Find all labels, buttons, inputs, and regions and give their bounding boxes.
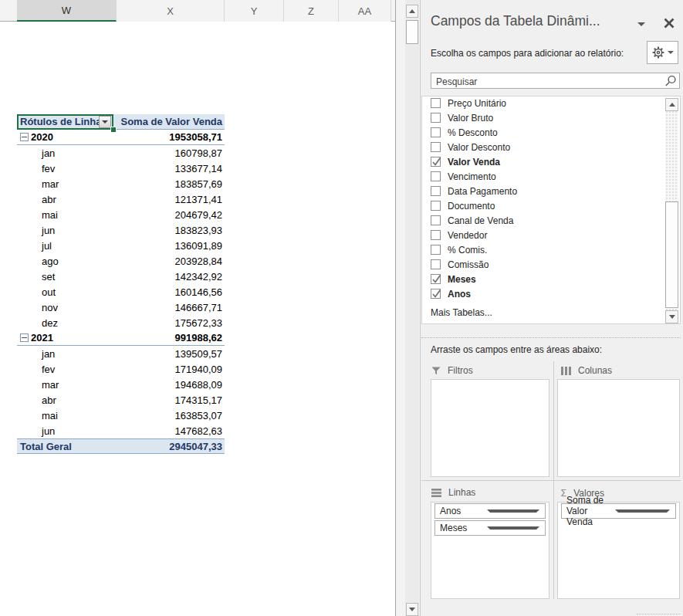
row-label-cell[interactable]: set xyxy=(17,269,113,284)
row-labels-header-cell[interactable]: Rótulos de Linha xyxy=(17,114,113,129)
field-item[interactable]: Data Pagamento xyxy=(422,184,654,198)
field-list-scrollbar[interactable] xyxy=(665,98,678,323)
checkbox[interactable] xyxy=(431,157,441,167)
field-item[interactable]: Canal de Venda xyxy=(422,213,654,228)
value-cell[interactable]: 139509,57 xyxy=(113,346,225,361)
value-cell[interactable]: 2945047,33 xyxy=(113,439,225,453)
row-label-cell[interactable]: ago xyxy=(17,253,113,269)
checkbox[interactable] xyxy=(431,259,441,269)
row-label-cell[interactable]: mai xyxy=(17,207,113,222)
scroll-up-button[interactable] xyxy=(665,98,678,111)
value-cell[interactable]: 183857,69 xyxy=(113,176,225,191)
more-tables-link[interactable]: Mais Tabelas... xyxy=(431,307,492,318)
checkbox[interactable] xyxy=(431,274,441,284)
checkbox[interactable] xyxy=(431,127,441,137)
value-cell[interactable]: 183823,93 xyxy=(113,222,225,238)
row-label-cell[interactable]: mar xyxy=(17,176,113,191)
row-label-cell[interactable]: mai xyxy=(17,408,113,423)
values-header-cell[interactable]: Soma de Valor Venda xyxy=(113,114,225,129)
filter-dropdown-button[interactable] xyxy=(99,116,111,128)
columns-drop-area[interactable] xyxy=(557,379,680,477)
field-item[interactable]: Anos xyxy=(422,286,654,301)
close-icon[interactable] xyxy=(664,18,675,29)
checkbox[interactable] xyxy=(431,113,441,123)
row-label-cell[interactable]: fev xyxy=(17,161,113,176)
chevron-down-icon[interactable] xyxy=(487,509,540,513)
field-item[interactable]: Valor Desconto xyxy=(422,140,654,154)
collapse-button[interactable] xyxy=(20,133,29,141)
row-label-cell[interactable]: jun xyxy=(17,222,113,238)
value-cell[interactable]: 204679,42 xyxy=(113,207,225,222)
checkbox[interactable] xyxy=(431,142,441,152)
row-label-cell[interactable]: out xyxy=(17,284,113,300)
checkbox[interactable] xyxy=(431,201,441,211)
field-item[interactable]: Valor Bruto xyxy=(422,110,654,125)
value-cell[interactable]: 121371,41 xyxy=(113,191,225,207)
scrollbar-thumb[interactable] xyxy=(406,20,418,44)
checkbox[interactable] xyxy=(431,186,441,196)
value-cell[interactable]: 171940,09 xyxy=(113,361,225,377)
row-label-cell[interactable]: 2021 xyxy=(17,330,113,345)
row-label-cell[interactable]: jan xyxy=(17,145,113,161)
value-cell[interactable]: 142342,92 xyxy=(113,269,225,284)
row-label-cell[interactable]: jan xyxy=(17,346,113,361)
scrollbar-thumb[interactable] xyxy=(665,201,678,308)
scroll-up-button[interactable] xyxy=(406,5,418,18)
row-label-cell[interactable]: nov xyxy=(17,300,113,315)
value-cell[interactable]: 133677,14 xyxy=(113,161,225,176)
scroll-down-button[interactable] xyxy=(406,603,418,616)
filters-drop-area[interactable] xyxy=(431,379,549,477)
field-item[interactable]: % Desconto xyxy=(422,125,654,140)
column-header-y[interactable]: Y xyxy=(225,0,284,22)
search-input[interactable] xyxy=(434,74,661,89)
search-box[interactable] xyxy=(431,73,680,89)
row-label-cell[interactable]: jun xyxy=(17,423,113,438)
value-cell[interactable]: 1953058,71 xyxy=(113,130,225,144)
value-cell[interactable]: 146667,71 xyxy=(113,300,225,315)
field-item[interactable]: Vencimento xyxy=(422,169,654,184)
column-header-z[interactable]: Z xyxy=(284,0,339,22)
field-item[interactable]: Comissão xyxy=(422,257,654,272)
row-label-cell[interactable]: Total Geral xyxy=(17,439,113,453)
value-cell[interactable]: 174315,17 xyxy=(113,392,225,408)
value-cell[interactable]: 175672,33 xyxy=(113,315,225,330)
column-header-x[interactable]: X xyxy=(117,0,225,22)
scroll-down-button[interactable] xyxy=(665,310,678,323)
checkbox[interactable] xyxy=(431,98,441,108)
collapse-button[interactable] xyxy=(20,333,29,342)
field-item[interactable]: Valor Venda xyxy=(422,154,654,169)
checkbox[interactable] xyxy=(431,215,441,225)
checkbox[interactable] xyxy=(431,289,441,299)
value-cell[interactable]: 991988,62 xyxy=(113,330,225,345)
checkbox[interactable] xyxy=(431,245,441,255)
field-item[interactable]: % Comis. xyxy=(422,242,654,257)
tools-button[interactable] xyxy=(647,41,678,64)
checkbox[interactable] xyxy=(431,171,441,181)
value-cell[interactable]: 147682,63 xyxy=(113,423,225,438)
chevron-down-icon[interactable] xyxy=(487,526,540,530)
values-area-pill[interactable]: Soma de Valor Venda xyxy=(561,503,676,519)
field-item[interactable]: Preço Unitário xyxy=(422,96,654,110)
row-label-cell[interactable]: jul xyxy=(17,238,113,253)
column-header-aa[interactable]: AA xyxy=(339,0,391,22)
row-label-cell[interactable]: dez xyxy=(17,315,113,330)
row-label-cell[interactable]: abr xyxy=(17,392,113,408)
value-cell[interactable]: 203928,84 xyxy=(113,253,225,269)
worksheet-vertical-scrollbar[interactable] xyxy=(405,0,419,616)
chevron-down-icon[interactable] xyxy=(615,509,670,513)
field-item[interactable]: Meses xyxy=(422,272,654,286)
value-cell[interactable]: 163853,07 xyxy=(113,408,225,423)
rows-area-pill[interactable]: Meses xyxy=(434,520,546,536)
column-header-w[interactable]: W xyxy=(17,0,117,22)
row-label-cell[interactable]: abr xyxy=(17,191,113,207)
value-cell[interactable]: 136091,89 xyxy=(113,238,225,253)
field-item[interactable]: Documento xyxy=(422,198,654,213)
value-cell[interactable]: 194688,09 xyxy=(113,377,225,392)
checkbox[interactable] xyxy=(431,230,441,240)
field-item[interactable]: Vendedor xyxy=(422,228,654,242)
values-drop-area[interactable]: Soma de Valor Venda xyxy=(557,502,680,599)
rows-drop-area[interactable]: AnosMeses xyxy=(431,502,549,599)
value-cell[interactable]: 160798,87 xyxy=(113,145,225,161)
row-label-cell[interactable]: 2020 xyxy=(17,130,113,144)
rows-area-pill[interactable]: Anos xyxy=(434,503,546,519)
